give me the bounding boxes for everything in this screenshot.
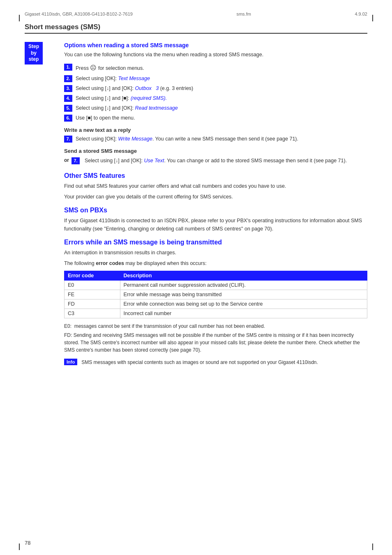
error-desc-e0: Permanent call number suppression activa… — [120, 280, 367, 290]
error-code-fd: FD — [65, 299, 120, 309]
page: Gigaset 4110isdn, GBR, A31008-G4110-B102… — [0, 7, 392, 555]
steps-group: 1. Press ☹ for selection menus. 2. Selec… — [64, 63, 367, 123]
error-desc-fe: Error while message was being transmitte… — [120, 290, 367, 299]
or-step-row: or 7. Select using [↓] and [OK]: Use Tex… — [64, 157, 367, 166]
write-reply-heading: Write a new text as a reply — [64, 127, 367, 133]
sms-pbx-heading: SMS on PBXs — [64, 207, 367, 214]
send-stored-heading: Send a stored SMS message — [64, 148, 367, 154]
step-text-5: Select using [↓] and [OK]: Read textmess… — [76, 104, 178, 112]
right-bottom-mark — [372, 543, 373, 550]
step-row-3: 3. Select using [↓] and [OK]: Outbox 3 (… — [64, 84, 367, 93]
step-num-2: 2. — [64, 75, 72, 82]
table-row: E0 Permanent call number suppression act… — [65, 280, 367, 290]
page-number: 78 — [25, 540, 30, 546]
step7-write-link: Write Message — [118, 136, 152, 142]
errors-intro2: The following error codes may be display… — [64, 259, 367, 267]
header-bar: Gigaset 4110isdn, GBR, A31008-G4110-B102… — [0, 7, 392, 21]
step-num-5: 5. — [64, 105, 72, 112]
step-text-or7: Select using [↓] and [OK]: Use Text. You… — [85, 157, 347, 165]
left-column: Step by step — [25, 42, 58, 366]
step3-link: Outbox 3 — [135, 85, 159, 91]
other-features-para2: Your provider can give you details of th… — [64, 193, 367, 201]
info-box: Info SMS messages with special contents … — [64, 359, 367, 366]
other-features-para1: Find out what SMS features your carrier … — [64, 182, 367, 190]
options-heading: Options when reading a stored SMS messag… — [64, 42, 367, 48]
error-code-fe: FE — [65, 290, 120, 299]
info-badge: Info — [64, 359, 77, 365]
step-num-3: 3. — [64, 85, 72, 92]
other-features-heading: Other SMS features — [64, 172, 367, 180]
section-title: Short messages (SMS) — [25, 23, 367, 31]
step-num-1: 1. — [64, 64, 72, 71]
step-row-4: 4. Select using [↓] and [■]: (required S… — [64, 94, 367, 103]
step-num-7-write: 7. — [64, 136, 72, 143]
errors-heading: Errors while an SMS message is being tra… — [64, 239, 367, 246]
step-row-6: 6. Use [■] to open the menu. — [64, 114, 367, 123]
step-text-3: Select using [↓] and [OK]: Outbox 3 (e.g… — [76, 84, 193, 92]
step-badge: Step by step — [25, 42, 43, 64]
step-row-5: 5. Select using [↓] and [OK]: Read textm… — [64, 104, 367, 113]
step-row-1: 1. Press ☹ for selection menus. — [64, 63, 367, 74]
step-num-6: 6. — [64, 115, 72, 122]
error-table: Error code Description E0 Permanent call… — [64, 271, 367, 318]
left-top-mark — [19, 15, 20, 21]
right-column: Options when reading a stored SMS messag… — [64, 42, 367, 366]
intro-text: You can use the following functions via … — [64, 51, 367, 59]
step-num-4: 4. — [64, 95, 72, 102]
or7-link: Use Text — [144, 158, 164, 164]
step2-link: Text Message — [118, 76, 150, 81]
table-row: C3 Incorrect call number — [65, 309, 367, 318]
step-text-4: Select using [↓] and [■]: (required SMS)… — [76, 94, 167, 102]
or-label: or — [64, 157, 69, 163]
header-center-text: sms.fm — [236, 12, 251, 16]
table-header-code: Error code — [65, 271, 120, 280]
table-row: FE Error while message was being transmi… — [65, 290, 367, 299]
step5-link: Read textmessage — [135, 105, 178, 111]
header-right-text: 4.9.02 — [355, 12, 367, 16]
header-left-text: Gigaset 4110isdn, GBR, A31008-G4110-B102… — [25, 12, 133, 16]
step4-link: (required SMS). — [131, 95, 167, 101]
step-text-1: Press ☹ for selection menus. — [76, 63, 144, 73]
step-text-6: Use [■] to open the menu. — [76, 114, 135, 122]
step-num-or7: 7. — [71, 157, 80, 164]
step-text-2: Select using [OK]: Text Message — [76, 74, 150, 83]
table-row: FD Error while connection was being set … — [65, 299, 367, 309]
page-content: Step by step Options when reading a stor… — [0, 34, 392, 374]
sms-pbx-para: If your Gigaset 4110isdn is connected to… — [64, 216, 367, 233]
left-bottom-mark — [19, 543, 20, 550]
step-row-7-write: 7. Select using [OK]: Write Message. You… — [64, 135, 367, 144]
errors-intro1: An interruption in transmission results … — [64, 249, 367, 257]
step-row-2: 2. Select using [OK]: Text Message — [64, 74, 367, 83]
error-code-e0: E0 — [65, 280, 120, 290]
error-desc-fd: Error while connection was being set up … — [120, 299, 367, 309]
section-title-bar: Short messages (SMS) — [25, 23, 367, 34]
table-header-desc: Description — [120, 271, 367, 280]
step-text-7-write: Select using [OK]: Write Message. You ca… — [76, 135, 298, 143]
note-fd: FD: Sending and receiving SMS messages w… — [64, 332, 367, 354]
right-top-mark — [372, 15, 373, 21]
note-e0: E0: messages cannot be sent if the trans… — [64, 322, 367, 330]
error-code-c3: C3 — [65, 309, 120, 318]
info-text: SMS messages with special contents such … — [81, 359, 318, 366]
error-desc-c3: Incorrect call number — [120, 309, 367, 318]
